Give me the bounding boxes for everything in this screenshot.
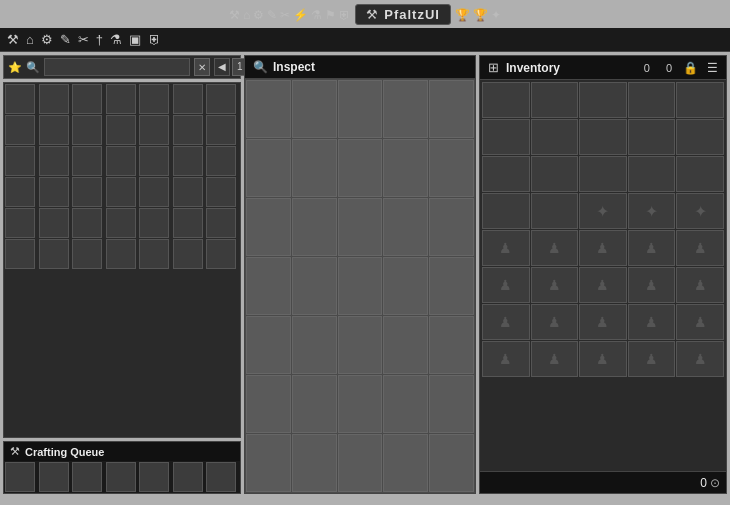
inspect-grid-cell[interactable] [246, 198, 291, 256]
title-right-icon-star[interactable]: ✦ [491, 8, 501, 22]
item-grid-cell[interactable] [39, 239, 69, 269]
inventory-cell[interactable] [482, 119, 530, 155]
inventory-cell[interactable] [531, 119, 579, 155]
toolbar-icon-flask[interactable]: ⚗ [311, 8, 322, 22]
item-grid-cell[interactable] [39, 115, 69, 145]
item-grid-cell[interactable] [139, 84, 169, 114]
item-grid-cell[interactable] [206, 177, 236, 207]
crafting-grid-cell[interactable] [173, 462, 203, 492]
inspect-grid-cell[interactable] [383, 80, 428, 138]
crafting-grid-cell[interactable] [106, 462, 136, 492]
inventory-cell[interactable] [482, 193, 530, 229]
item-grid-cell[interactable] [5, 84, 35, 114]
crafting-grid-cell[interactable] [206, 462, 236, 492]
item-grid-cell[interactable] [139, 115, 169, 145]
inspect-grid-cell[interactable] [338, 316, 383, 374]
crafting-grid-cell[interactable] [139, 462, 169, 492]
inventory-cell[interactable]: ♟ [531, 304, 579, 340]
inventory-cell[interactable] [676, 82, 724, 118]
toolbar-btn-home[interactable]: ⌂ [24, 31, 36, 48]
item-grid-cell[interactable] [106, 239, 136, 269]
inspect-grid-cell[interactable] [292, 198, 337, 256]
item-grid-cell[interactable] [39, 177, 69, 207]
inventory-lock-icon[interactable]: 🔒 [683, 61, 698, 75]
item-grid-cell[interactable] [72, 84, 102, 114]
toolbar-icon-pencil[interactable]: ✎ [267, 8, 277, 22]
inventory-cell[interactable]: ♟ [482, 341, 530, 377]
item-grid-cell[interactable] [5, 239, 35, 269]
inspect-grid-cell[interactable] [246, 316, 291, 374]
toolbar-btn-flask[interactable]: ⚗ [108, 31, 124, 48]
inspect-grid-cell[interactable] [292, 375, 337, 433]
inventory-cell[interactable]: ♟ [531, 230, 579, 266]
inspect-grid-cell[interactable] [246, 257, 291, 315]
inspect-grid-cell[interactable] [246, 80, 291, 138]
toolbar-icon-settings[interactable]: ⚙ [253, 8, 264, 22]
inspect-grid-cell[interactable] [246, 375, 291, 433]
inventory-cell[interactable]: ♟ [482, 230, 530, 266]
inspect-grid-cell[interactable] [338, 375, 383, 433]
inspect-grid-cell[interactable] [338, 198, 383, 256]
inventory-cell[interactable]: ♟ [628, 267, 676, 303]
inspect-grid-cell[interactable] [338, 434, 383, 492]
inventory-cell[interactable]: ✦ [579, 193, 627, 229]
inventory-cell[interactable] [579, 119, 627, 155]
toolbar-icon-lightning[interactable]: ⚡ [293, 8, 308, 22]
item-grid-cell[interactable] [72, 146, 102, 176]
item-grid-cell[interactable] [139, 146, 169, 176]
item-grid-cell[interactable] [173, 177, 203, 207]
item-grid-cell[interactable] [173, 146, 203, 176]
inventory-cell[interactable]: ♟ [579, 267, 627, 303]
inventory-cell[interactable] [676, 119, 724, 155]
inspect-grid-cell[interactable] [383, 434, 428, 492]
toolbar-icon-home[interactable]: ⌂ [243, 8, 250, 22]
inventory-cell[interactable] [482, 156, 530, 192]
inventory-cell[interactable] [579, 82, 627, 118]
inspect-grid-cell[interactable] [292, 434, 337, 492]
item-grid-cell[interactable] [72, 115, 102, 145]
toolbar-btn-gear[interactable]: ⚙ [39, 31, 55, 48]
inspect-grid-cell[interactable] [338, 139, 383, 197]
item-grid-cell[interactable] [5, 146, 35, 176]
item-grid-cell[interactable] [39, 146, 69, 176]
item-grid-cell[interactable] [206, 208, 236, 238]
toolbar-btn-shirt[interactable]: ▣ [127, 31, 143, 48]
inventory-cell[interactable] [676, 156, 724, 192]
item-grid-cell[interactable] [39, 208, 69, 238]
inventory-cell[interactable]: ♟ [676, 230, 724, 266]
toolbar-icon-shirt[interactable]: ⚑ [325, 8, 336, 22]
inventory-cell[interactable]: ✦ [628, 193, 676, 229]
inventory-cell[interactable] [628, 82, 676, 118]
search-input[interactable] [44, 58, 190, 76]
toolbar-btn-shield[interactable]: ⛨ [146, 31, 163, 48]
crafting-grid-cell[interactable] [72, 462, 102, 492]
inspect-grid-cell[interactable] [383, 257, 428, 315]
inventory-cell[interactable]: ♟ [482, 304, 530, 340]
inventory-list-icon[interactable]: ☰ [707, 61, 718, 75]
inventory-cell[interactable] [482, 82, 530, 118]
item-grid-cell[interactable] [5, 177, 35, 207]
inventory-cell[interactable]: ♟ [676, 267, 724, 303]
inspect-grid-cell[interactable] [338, 257, 383, 315]
inspect-grid-cell[interactable] [292, 139, 337, 197]
inspect-grid-cell[interactable] [429, 257, 474, 315]
item-grid-cell[interactable] [72, 208, 102, 238]
toolbar-btn-hammer[interactable]: ⚒ [5, 31, 21, 48]
toolbar-icon-hammer[interactable]: ⚒ [229, 8, 240, 22]
inspect-grid-cell[interactable] [292, 316, 337, 374]
inventory-cell[interactable] [531, 82, 579, 118]
inspect-grid-cell[interactable] [292, 257, 337, 315]
item-grid-cell[interactable] [106, 115, 136, 145]
item-grid-cell[interactable] [173, 84, 203, 114]
item-grid-cell[interactable] [39, 84, 69, 114]
inspect-grid-cell[interactable] [292, 80, 337, 138]
search-clear-button[interactable]: ✕ [194, 58, 210, 76]
title-right-icon-trophy1[interactable]: 🏆 [455, 8, 470, 22]
search-prev-button[interactable]: ◀ [214, 58, 230, 76]
toolbar-btn-edit[interactable]: ✎ [58, 31, 73, 48]
inventory-cell[interactable] [628, 119, 676, 155]
item-grid-cell[interactable] [106, 177, 136, 207]
inspect-grid-cell[interactable] [429, 198, 474, 256]
item-grid-cell[interactable] [72, 177, 102, 207]
inventory-cell[interactable] [531, 193, 579, 229]
